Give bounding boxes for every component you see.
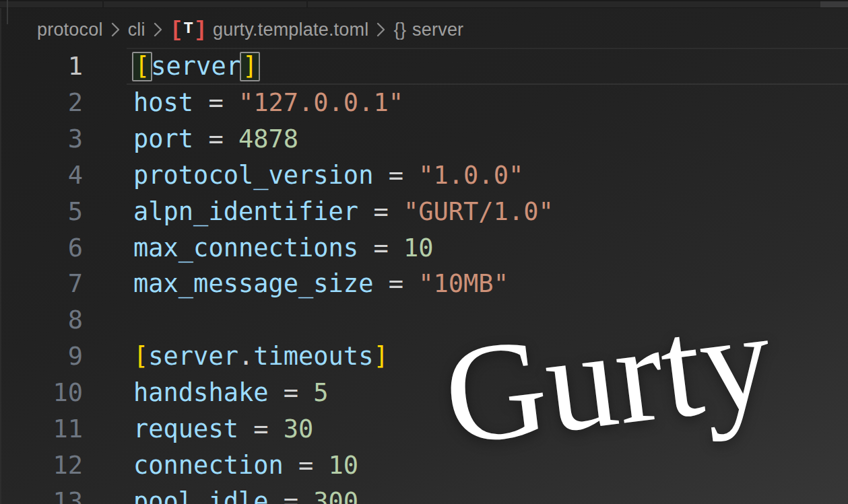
- code-line-text: max_connections = 10: [83, 233, 434, 262]
- token-k: protocol_version: [133, 161, 373, 190]
- code-line-text: request = 30: [83, 415, 313, 443]
- line-number[interactable]: 13: [0, 487, 83, 504]
- token-o: =: [373, 161, 418, 190]
- token-b: ]: [373, 342, 388, 371]
- code-line[interactable]: 12connection = 10: [0, 447, 848, 483]
- code-line[interactable]: 13pool_idle = 300: [0, 483, 848, 504]
- token-bracket: [: [135, 52, 150, 81]
- breadcrumb: protocol cli [ T ] gurty.template.toml {…: [37, 16, 463, 43]
- token-k: pool_idle: [133, 487, 268, 504]
- token-o: =: [193, 124, 238, 153]
- breadcrumb-item-protocol[interactable]: protocol: [37, 20, 103, 40]
- token-n: 5: [313, 378, 328, 407]
- token-k: timeouts: [253, 342, 373, 371]
- token-o: =: [268, 378, 313, 407]
- line-number[interactable]: 7: [0, 269, 83, 298]
- token-b: [: [133, 342, 148, 371]
- toml-icon-letter: T: [184, 21, 194, 37]
- tab-bar-top-edge: [0, 0, 848, 1]
- breadcrumb-item-symbol-server[interactable]: server: [412, 20, 463, 40]
- code-line-text: port = 4878: [83, 124, 298, 153]
- token-o: =: [284, 451, 329, 480]
- bracket-match-box: ]: [240, 52, 260, 82]
- code-line[interactable]: 4protocol_version = "1.0.0": [0, 157, 848, 194]
- line-number[interactable]: 10: [0, 378, 83, 407]
- line-number[interactable]: 1: [0, 52, 83, 81]
- code-line[interactable]: 2host = "127.0.0.1": [0, 85, 848, 121]
- token-k: connection: [133, 451, 284, 480]
- code-line-text: protocol_version = "1.0.0": [83, 161, 523, 190]
- code-line-text: host = "127.0.0.1": [83, 88, 403, 117]
- token-k: port: [133, 124, 193, 153]
- token-o: =: [358, 233, 403, 262]
- line-number[interactable]: 2: [0, 88, 83, 117]
- code-line-text: [server.timeouts]: [83, 342, 389, 371]
- token-n: 30: [284, 415, 314, 443]
- code-line[interactable]: 3port = 4878: [0, 121, 848, 157]
- line-number[interactable]: 8: [0, 305, 83, 334]
- gurty-watermark: Gurty: [437, 288, 779, 467]
- token-o: =: [358, 197, 403, 226]
- line-number[interactable]: 4: [0, 161, 83, 190]
- token-s: "GURT/1.0": [403, 197, 554, 226]
- breadcrumb-item-filename[interactable]: gurty.template.toml: [213, 20, 368, 40]
- token-k: request: [133, 415, 238, 443]
- toml-icon-close-bracket: ]: [194, 20, 207, 40]
- token-k: max_connections: [133, 233, 358, 262]
- chevron-right-icon: [376, 21, 386, 38]
- tab-bar-strip: [0, 0, 848, 8]
- token-n: 10: [329, 451, 359, 480]
- token-n: 10: [403, 233, 434, 262]
- token-k: server: [148, 342, 238, 371]
- chevron-right-icon: [110, 21, 121, 38]
- token-n: 300: [313, 487, 358, 504]
- token-n: 4878: [238, 124, 298, 153]
- bracket-match-box: [: [132, 52, 152, 82]
- token-o: =: [193, 88, 238, 117]
- code-line-text: [server]: [83, 52, 259, 82]
- code-line-text: max_message_size = "10MB": [83, 269, 509, 298]
- line-number[interactable]: 5: [0, 197, 83, 226]
- symbol-namespace-icon: {}: [393, 19, 406, 40]
- token-s: "1.0.0": [418, 161, 523, 190]
- token-o: =: [238, 415, 284, 443]
- token-bracket: ]: [242, 52, 257, 81]
- token-k: max_message_size: [133, 269, 373, 298]
- code-line[interactable]: 1[server]: [0, 48, 848, 85]
- toml-icon-open-bracket: [: [170, 20, 183, 40]
- token-s: "127.0.0.1": [238, 88, 403, 117]
- token-k: host: [133, 88, 193, 117]
- line-number[interactable]: 6: [0, 233, 83, 262]
- line-number[interactable]: 9: [0, 342, 83, 371]
- breadcrumb-item-cli[interactable]: cli: [128, 20, 145, 40]
- tab-bar-bottom-edge: [0, 7, 848, 8]
- code-line-text: handshake = 5: [83, 378, 329, 407]
- chevron-right-icon: [153, 21, 163, 38]
- code-line-text: connection = 10: [83, 451, 358, 480]
- line-number[interactable]: 11: [0, 415, 83, 443]
- token-o: =: [373, 269, 418, 298]
- token-o: .: [238, 342, 253, 371]
- line-number[interactable]: 12: [0, 451, 83, 480]
- panel-edge-line: [7, 0, 8, 24]
- token-k: alpn_identifier: [133, 197, 358, 226]
- token-k: server: [151, 52, 241, 81]
- vscode-editor-screenshot: protocol cli [ T ] gurty.template.toml {…: [0, 0, 848, 504]
- line-number[interactable]: 3: [0, 124, 83, 153]
- token-o: =: [268, 487, 313, 504]
- toml-file-icon: [ T ]: [170, 20, 207, 40]
- code-line[interactable]: 5alpn_identifier = "GURT/1.0": [0, 193, 848, 229]
- code-line-text: alpn_identifier = "GURT/1.0": [83, 197, 554, 226]
- token-s: "10MB": [418, 269, 509, 298]
- token-k: handshake: [133, 378, 268, 407]
- code-line-text: pool_idle = 300: [83, 487, 358, 504]
- code-line[interactable]: 6max_connections = 10: [0, 229, 848, 266]
